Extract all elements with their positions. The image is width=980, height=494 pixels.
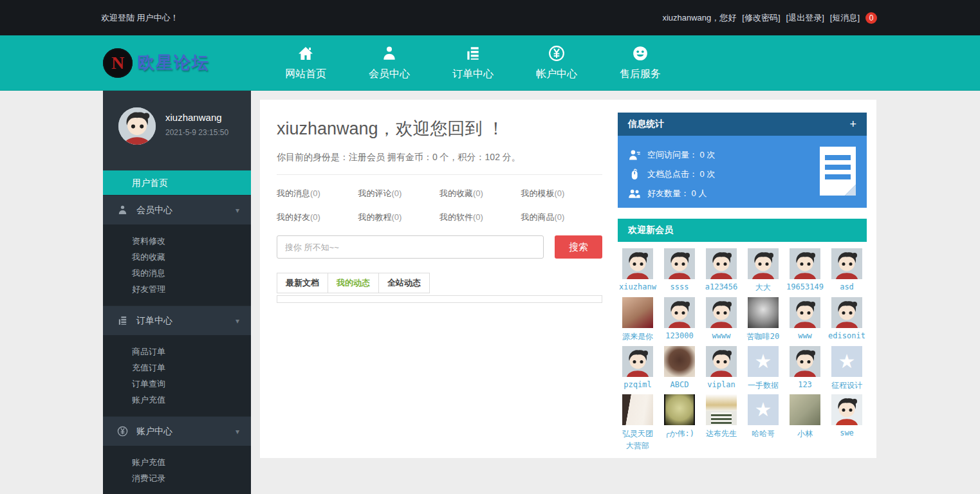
member-9[interactable]: 苦咖啡20: [743, 297, 783, 345]
quick-link-count: (0): [310, 188, 320, 198]
stat-label: 空间访问量： 0 次: [647, 149, 715, 161]
friends-icon: [628, 187, 641, 200]
quick-link-1[interactable]: 我的评论(0): [358, 181, 440, 205]
chevron-down-icon: ▾: [236, 316, 239, 325]
main-column: xiuzhanwang，欢迎您回到 ！ 你目前的身份是：注册会员 拥有金币：0 …: [277, 100, 602, 303]
member-21[interactable]: ★哈哈哥: [743, 394, 783, 454]
sidebar-subitem[interactable]: 我的收藏: [103, 249, 251, 265]
sidebar-subitem[interactable]: 消费记录: [103, 470, 251, 486]
member-6[interactable]: 源来是你: [618, 297, 658, 345]
visitor-icon: [628, 149, 641, 161]
member-5[interactable]: asd: [827, 248, 867, 296]
member-8[interactable]: wwww: [701, 297, 741, 345]
content-card: xiuzhanwang，欢迎您回到 ！ 你目前的身份是：注册会员 拥有金币：0 …: [260, 100, 876, 458]
member-avatar: [748, 248, 779, 279]
member-7[interactable]: 123000: [660, 297, 699, 345]
nav-item-3[interactable]: 帐户中心: [515, 45, 598, 81]
order-icon: [431, 45, 515, 62]
sidebar-subitem[interactable]: 资料修改: [103, 233, 251, 249]
profile-avatar[interactable]: [118, 107, 156, 145]
search-input[interactable]: [277, 235, 544, 259]
sidebar-subitem[interactable]: 我的消息: [103, 265, 251, 281]
member-name: asd: [827, 282, 867, 291]
member-name: swe: [827, 428, 867, 437]
member-19[interactable]: ╭か伟:): [660, 394, 699, 454]
member-name: 源来是你: [618, 331, 658, 342]
nav-item-2[interactable]: 订单中心: [431, 45, 515, 81]
quick-link-5[interactable]: 我的教程(0): [358, 205, 440, 229]
sidebar-section-1[interactable]: 订单中心▾: [103, 306, 251, 335]
search-button[interactable]: 搜索: [555, 235, 602, 259]
member-name: xiuzhanw: [618, 282, 658, 291]
quick-link-7[interactable]: 我的商品(0): [521, 205, 603, 229]
tab-2[interactable]: 全站动态: [378, 273, 430, 293]
member-2[interactable]: a123456: [701, 248, 741, 296]
tab-1[interactable]: 我的动态: [328, 273, 379, 293]
member-avatar: [622, 394, 653, 425]
member-name: 一手数据: [743, 380, 783, 391]
member-22[interactable]: 小林: [785, 394, 825, 454]
topbar-greeting: xiuzhanwang，您好: [662, 12, 736, 24]
nav-item-label: 订单中心: [431, 68, 515, 81]
member-name: 征程设计: [827, 380, 867, 391]
member-avatar: ★: [831, 346, 862, 377]
sidebar-subitem[interactable]: 好友管理: [103, 281, 251, 297]
quick-link-label: 我的商品: [521, 212, 555, 222]
tab-0[interactable]: 最新文档: [277, 273, 328, 293]
member-12[interactable]: pzqiml: [618, 346, 658, 394]
topbar-link-0[interactable]: [修改密码]: [742, 12, 780, 24]
sidebar-subitem[interactable]: 账户充值: [103, 392, 251, 408]
sidebar-item-user-home[interactable]: 用户首页: [103, 170, 251, 195]
quick-link-label: 我的教程: [358, 212, 392, 222]
member-name: edisonit: [827, 331, 867, 340]
member-4[interactable]: 19653149: [785, 248, 825, 296]
member-23[interactable]: swe: [827, 394, 867, 454]
member-18[interactable]: 弘灵天团大营部: [618, 394, 658, 454]
members-panel-title: 欢迎新会员: [628, 224, 673, 236]
member-name: 苦咖啡20: [743, 331, 783, 342]
member-14[interactable]: viplan: [701, 346, 741, 394]
quick-link-4[interactable]: 我的好友(0): [277, 205, 358, 229]
member-3[interactable]: 大大: [743, 248, 783, 296]
quick-link-label: 我的评论: [358, 188, 392, 198]
member-avatar: [748, 297, 779, 328]
sidebar-subitem[interactable]: 订单查询: [103, 376, 251, 392]
members-panel-header: 欢迎新会员: [618, 219, 867, 242]
quick-link-2[interactable]: 我的收藏(0): [439, 181, 521, 205]
member-0[interactable]: xiuzhanw: [618, 248, 658, 296]
sidebar-section-2[interactable]: 账户中心▾: [103, 416, 251, 446]
member-name: 弘灵天团: [618, 428, 658, 439]
nav-item-1[interactable]: 会员中心: [347, 45, 431, 81]
member-11[interactable]: edisonit: [827, 297, 867, 345]
quick-link-label: 我的收藏: [439, 188, 473, 198]
quick-link-label: 我的好友: [277, 212, 310, 222]
sidebar-subitem[interactable]: 账户充值: [103, 454, 251, 470]
member-name: 123: [785, 380, 825, 389]
sidebar-section-label: 会员中心: [136, 205, 172, 216]
member-15[interactable]: ★一手数据: [743, 346, 783, 394]
nav-item-0[interactable]: 网站首页: [264, 45, 347, 81]
expand-plus-icon[interactable]: +: [849, 118, 856, 131]
member-1[interactable]: ssss: [660, 248, 699, 296]
sidebar-subitem[interactable]: 充值订单: [103, 360, 251, 376]
member-13[interactable]: ABCD: [660, 346, 699, 394]
main-nav: N 欧星论坛 网站首页会员中心订单中心帐户中心售后服务: [0, 35, 980, 91]
nav-item-label: 售后服务: [598, 68, 682, 81]
nav-item-4[interactable]: 售后服务: [598, 45, 682, 81]
sidebar-subitem[interactable]: 商品订单: [103, 343, 251, 360]
topbar-link-1[interactable]: [退出登录]: [786, 12, 824, 24]
sidebar-sublist-2: 账户充值消费记录: [103, 446, 251, 494]
site-logo[interactable]: N 欧星论坛: [103, 48, 264, 78]
quick-link-3[interactable]: 我的模板(0): [521, 181, 603, 205]
chevron-down-icon: ▾: [236, 206, 239, 215]
member-17[interactable]: ★征程设计: [827, 346, 867, 394]
topbar-link-2[interactable]: [短消息]: [830, 12, 860, 24]
sidebar-section-0[interactable]: 会员中心▾: [103, 195, 251, 224]
member-16[interactable]: 123: [785, 346, 825, 394]
member-20[interactable]: 达布先生: [701, 394, 741, 454]
quick-link-0[interactable]: 我的消息(0): [277, 181, 358, 205]
quick-link-6[interactable]: 我的软件(0): [439, 205, 521, 229]
member-name: www: [785, 331, 825, 340]
member-10[interactable]: www: [785, 297, 825, 345]
message-count-badge[interactable]: 0: [865, 12, 877, 24]
